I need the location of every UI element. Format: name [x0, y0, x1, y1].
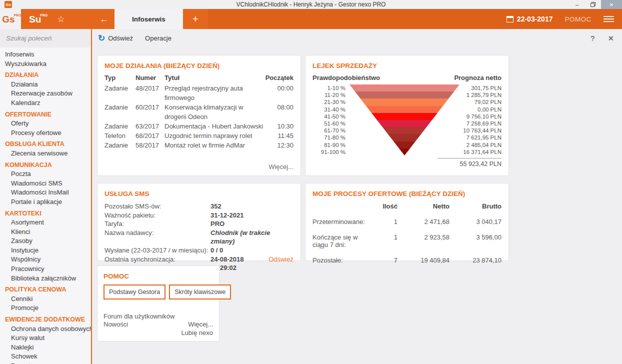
calendar-icon	[506, 16, 514, 22]
panel-offer-processes: MOJE PROCESY OFERTOWE (BIEŻĄCY DZIEŃ) Il…	[305, 183, 509, 261]
sidebar-item-wiadomosci-sms[interactable]: Wiadomości SMS	[0, 179, 91, 188]
panel-title: POMOC	[104, 272, 213, 280]
command-search	[0, 29, 91, 48]
funnel-segment	[350, 92, 460, 98]
keyboard-shortcuts-button[interactable]: Skróty klawiszowe	[169, 284, 231, 300]
window-title: VChlodnikCHlodnik - Henryk Jeżyna - Gest…	[0, 1, 622, 8]
close-button[interactable]: ✕	[601, 0, 622, 9]
panel-my-activities: MOJE DZIAŁANIA (BIEŻĄCY DZIEŃ) Typ Numer…	[97, 55, 301, 176]
table-row[interactable]: Przeterminowane: 1 2 471,68 3 040,17	[312, 218, 502, 226]
sidebar-item-oferty[interactable]: Oferty	[0, 119, 91, 128]
new-tab-button[interactable]: +	[183, 9, 208, 29]
content-toolbar: ↻ Odśwież Operacje ? ✕	[92, 29, 622, 48]
sidebar-section-komunikacja: KOMUNIKACJA	[0, 160, 91, 170]
table-row[interactable]: Pozostałe: 7 19 409,84 23 874,10	[312, 256, 502, 264]
sidebar-item-wyszukiwarka[interactable]: Wyszukiwarka	[0, 60, 91, 69]
help-menu[interactable]: POMOC	[564, 16, 592, 23]
sidebar-item-wspolnicy[interactable]: Wspólnicy	[0, 255, 91, 264]
tab-infoserwis[interactable]: Infoserwis	[114, 9, 183, 29]
sidebar-section-dzialania: DZIAŁANIA	[0, 70, 91, 80]
sidebar-item-klienci[interactable]: Klienci	[0, 228, 91, 237]
forum-link[interactable]: Forum dla użytkowników	[104, 312, 213, 321]
subiekt-pro-badge: PRO	[40, 14, 48, 18]
sidebar-item-kursy-walut[interactable]: Kursy walut	[0, 334, 91, 343]
panel-close-icon[interactable]: ✕	[608, 34, 614, 43]
table-row[interactable]: Zadanie 48/2017 Przegląd rejestracyjny a…	[104, 84, 294, 102]
refresh-button[interactable]: Odśwież	[108, 34, 133, 42]
panel-title: MOJE PROCESY OFERTOWE (BIEŻĄCY DZIEŃ)	[312, 190, 502, 198]
back-arrow-icon[interactable]: ←	[100, 14, 108, 24]
funnel-segment	[350, 127, 460, 134]
sidebar-item-zasoby[interactable]: Zasoby	[0, 236, 91, 246]
funnel-col-probability: Prawdopodobieństwo	[312, 74, 380, 82]
table-row[interactable]: Kończące się w ciągu 7 dni: 1 2 923,58 3…	[312, 234, 502, 248]
offers-header: Ilość Netto Brutto	[312, 202, 502, 210]
sidebar-item-raporty[interactable]: Raporty	[0, 362, 91, 364]
panel-sms-service: USŁUGA SMS Pozostało SMS-ów: 352 Ważność…	[97, 183, 301, 261]
sidebar-item-promocje[interactable]: Promocje	[0, 304, 91, 313]
restore-icon	[590, 2, 596, 8]
sidebar-item-ochrona-danych[interactable]: Ochrona danych osobowych	[0, 324, 91, 334]
sidebar-section-ewidencje-dodatkowe: EWIDENCJE DODATKOWE	[0, 315, 91, 324]
sidebar-menu: Infoserwis Wyszukiwarka DZIAŁANIA Działa…	[0, 48, 91, 364]
subiekt-logo[interactable]: SuPRO	[29, 14, 41, 24]
menu-icon[interactable]	[604, 16, 614, 22]
sidebar-item-infoserwis[interactable]: Infoserwis	[0, 50, 91, 60]
search-input[interactable]	[5, 34, 96, 42]
sidebar-item-rezerwacje-zasobow[interactable]: Rezerwacje zasobów	[0, 89, 91, 98]
sidebar-section-polityka-cenowa: POLITYKA CENOWA	[0, 285, 91, 294]
sidebar-item-kalendarz[interactable]: Kalendarz	[0, 98, 91, 108]
app-icon: Gs	[4, 1, 12, 8]
funnel-segment	[350, 113, 460, 120]
panel-sales-funnel: LEJEK SPRZEDAŻY Prawdopodobieństwo Progn…	[305, 55, 509, 176]
sidebar-item-schowek[interactable]: Schowek	[0, 352, 91, 362]
news-link[interactable]: Nowości	[104, 320, 128, 329]
funnel-segment	[350, 98, 460, 106]
restore-button[interactable]	[585, 0, 601, 9]
gestor-logo[interactable]: GsPRO	[0, 9, 21, 29]
gestor-pro-badge: PRO	[14, 14, 22, 18]
sidebar-section-kartoteki: KARTOTEKI	[0, 209, 91, 218]
sidebar-item-zlecenia-serwisowe[interactable]: Zlecenia serwisowe	[0, 149, 91, 158]
funnel-col-forecast: Prognoza netto	[454, 74, 502, 82]
more-link[interactable]: Więcej...	[188, 320, 213, 329]
favorites-star-icon[interactable]: ☆	[57, 14, 64, 24]
sidebar-section-obsluga-klienta: OBSŁUGA KLIENTA	[0, 140, 91, 149]
panel-title: LEJEK SPRZEDAŻY	[312, 62, 502, 70]
minimize-button[interactable]: –	[569, 0, 585, 9]
operations-menu[interactable]: Operacje	[145, 34, 172, 42]
panel-title: MOJE DZIAŁANIA (BIEŻĄCY DZIEŃ)	[104, 62, 294, 70]
funnel-segment	[350, 106, 460, 113]
sidebar-section-ofertowanie: OFERTOWANIE	[0, 110, 91, 120]
like-nexo-link[interactable]: Lubię nexo	[104, 329, 213, 338]
activities-header: Typ Numer Tytuł Początek	[104, 74, 294, 82]
funnel-segment	[350, 134, 460, 141]
table-row[interactable]: Telefon 68/2017 Uzgodnić termin naprawy …	[104, 131, 294, 140]
gestor-basics-button[interactable]: Podstawy Gestora	[104, 284, 166, 300]
sidebar-item-naklejki[interactable]: Naklejki	[0, 343, 91, 352]
sidebar-item-wiadomosci-insmail[interactable]: Wiadomości InsMail	[0, 188, 91, 198]
window-titlebar: Gs VChlodnikCHlodnik - Henryk Jeżyna - G…	[0, 0, 622, 9]
sidebar-item-poczta[interactable]: Poczta	[0, 170, 91, 179]
sidebar-item-cenniki[interactable]: Cenniki	[0, 294, 91, 304]
table-row[interactable]: Zadanie 63/2017 Dokumentacja - Hubert Ja…	[104, 122, 294, 131]
sidebar-item-asortyment[interactable]: Asortyment	[0, 218, 91, 228]
funnel-segment	[350, 84, 460, 92]
table-row[interactable]: Zadanie 60/2017 Konserwacja klimatyzacji…	[104, 102, 294, 122]
more-link[interactable]: Więcej...	[268, 163, 294, 170]
sidebar-item-procesy-ofertowe[interactable]: Procesy ofertowe	[0, 128, 91, 138]
sms-refresh-link[interactable]: Odśwież	[268, 255, 294, 272]
sidebar-item-biblioteka-zalacznikow[interactable]: Biblioteka załączników	[0, 274, 91, 284]
sidebar-item-instytucje[interactable]: Instytucje	[0, 246, 91, 256]
funnel-labels: 1-10 % 11-20 % 21-30 % 31-40 % 41-50 % 5…	[312, 84, 346, 156]
sidebar-item-portale-i-aplikacje[interactable]: Portale i aplikacje	[0, 198, 91, 207]
table-row[interactable]: Zadanie 58/2017 Montaż rolet w firmie Ad…	[104, 140, 294, 150]
sidebar-item-dzialania[interactable]: Działania	[0, 80, 91, 90]
current-date[interactable]: 22-03-2017	[517, 15, 553, 23]
refresh-icon: ↻	[98, 34, 105, 42]
sidebar-item-pracownicy[interactable]: Pracownicy	[0, 264, 91, 274]
panel-help: POMOC Podstawy Gestora Skróty klawiszowe…	[97, 266, 220, 342]
panel-help-icon[interactable]: ?	[590, 34, 594, 43]
gestor-logo-text: Gs	[2, 14, 14, 24]
funnel-values: 301,75 PLN 1 285,79 PLN 79,02 PLN 0,00 P…	[460, 84, 502, 156]
